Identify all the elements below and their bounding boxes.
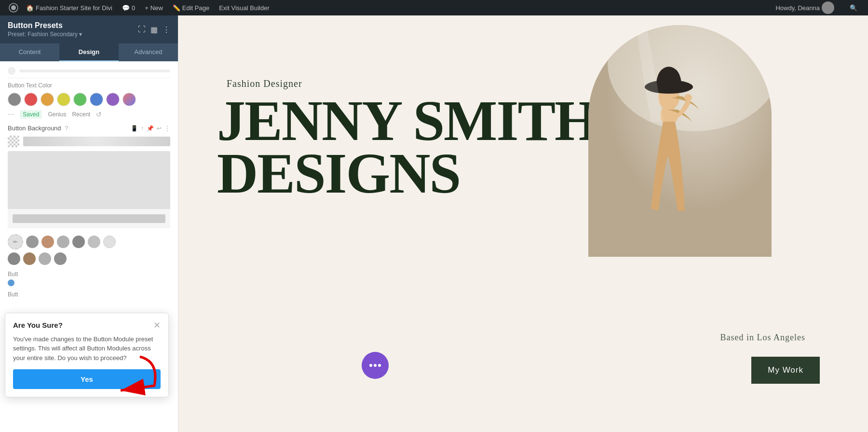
more-options-icon[interactable]: ⋮ [164, 125, 170, 132]
link-icon[interactable]: ↑ [141, 125, 144, 132]
swatch-sm-4[interactable] [72, 236, 85, 248]
swatch-gradient[interactable] [122, 93, 136, 106]
confirm-title: Are You Sure? [13, 321, 63, 329]
tab-content[interactable]: Content [0, 43, 59, 61]
edit-page-bar-item[interactable]: ✏️ Edit Page [168, 0, 214, 15]
fab-dot-3 [378, 364, 381, 367]
swatch-red[interactable] [24, 93, 38, 106]
confirm-body: You've made changes to the Button Module… [13, 334, 161, 363]
comment-icon: 💬 [122, 4, 130, 12]
swatch-blue[interactable] [90, 93, 103, 106]
canvas-area: Fashion Designer JENNY SMITH DESIGNS [178, 15, 868, 432]
howdy-item[interactable]: Howdy, Deanna [771, 0, 839, 15]
sidebar-panel: Button Presets Preset: Fashion Secondary… [0, 15, 178, 432]
button-background-header: Button Background ? 📱 ↑ 📌 ↩ ⋮ [8, 125, 170, 132]
fashion-photo-arch [588, 25, 772, 257]
svg-point-1 [11, 5, 16, 10]
undo-icon[interactable]: ↩ [157, 125, 162, 132]
sidebar-tabs: Content Design Advanced [0, 43, 178, 61]
color-swatches-row [8, 93, 170, 106]
butt-dot-1 [8, 279, 14, 286]
swatch-sm-2[interactable] [41, 236, 54, 248]
confirm-yes-button[interactable]: Yes [13, 369, 161, 389]
preview-box-inner [8, 209, 170, 228]
site-icon: 🏠 [26, 4, 34, 12]
saved-row: ··· Saved Genius Recent ↺ [8, 110, 170, 119]
svg-point-7 [684, 94, 692, 101]
recent-label: Recent [72, 111, 90, 118]
comments-count: 0 [132, 4, 135, 12]
butt-label-2: Butt [8, 291, 170, 298]
dropper-icon: ✒ [13, 238, 18, 246]
swatch-sm-8[interactable] [23, 252, 36, 265]
fashion-photo-svg [588, 25, 772, 257]
fashion-based: Based in Los Angeles [720, 333, 805, 343]
button-background-label: Button Background [8, 125, 61, 132]
mobile-icon[interactable]: 📱 [131, 125, 138, 132]
help-icon[interactable]: ? [65, 125, 68, 132]
fashion-subtitle: Fashion Designer [227, 78, 302, 89]
swatch-sm-6[interactable] [103, 236, 116, 248]
swatch-sm-9[interactable] [39, 252, 51, 265]
button-text-color-label: Button Text Color [8, 82, 170, 89]
swatch-sm-10[interactable] [54, 252, 67, 265]
admin-bar: 🏠 Fashion Starter Site for Divi 💬 0 + Ne… [0, 0, 868, 15]
swatch-sm-5[interactable] [88, 236, 100, 248]
swatch-purple[interactable] [106, 93, 120, 106]
dots-icon: ··· [8, 110, 14, 119]
search-bar-item[interactable]: 🔍 [845, 0, 862, 15]
exit-builder-label: Exit Visual Builder [219, 4, 270, 12]
swatch-sm-1[interactable] [26, 236, 39, 248]
swatch-green[interactable] [73, 93, 87, 106]
pencil-icon: ✏️ [173, 4, 180, 12]
tab-design[interactable]: Design [59, 43, 119, 61]
fullscreen-icon[interactable]: ⛶ [138, 25, 146, 34]
comments-bar-item[interactable]: 💬 0 [117, 0, 140, 15]
my-work-button[interactable]: My Work [751, 357, 820, 384]
sidebar-title: Button Presets [8, 21, 82, 30]
fab-dot-1 [369, 364, 372, 367]
site-name-bar-item[interactable]: 🏠 Fashion Starter Site for Divi [21, 0, 117, 15]
preview-box [8, 151, 170, 228]
fashion-photo-container [588, 25, 791, 276]
butt-label-1: Butt [8, 271, 170, 278]
gradient-bar[interactable] [23, 137, 170, 146]
fab-dot-2 [374, 364, 377, 367]
color-picker-icon[interactable]: ✒ [8, 234, 23, 250]
edit-page-label: Edit Page [182, 4, 209, 12]
exit-builder-bar-item[interactable]: Exit Visual Builder [214, 0, 274, 15]
columns-icon[interactable]: ▦ [150, 25, 158, 34]
confirm-header: Are You Sure? ✕ [13, 321, 161, 330]
saved-badge: Saved [20, 110, 42, 119]
tab-advanced[interactable]: Advanced [119, 43, 178, 61]
pin-icon[interactable]: 📌 [147, 125, 154, 132]
genius-label: Genius [48, 111, 66, 118]
confirm-dialog: Are You Sure? ✕ You've made changes to t… [5, 313, 169, 398]
sidebar-header-icons: ⛶ ▦ ⋮ [138, 25, 170, 34]
confirm-close-button[interactable]: ✕ [153, 321, 161, 330]
search-icon: 🔍 [850, 4, 857, 12]
fashion-content: Fashion Designer JENNY SMITH DESIGNS [178, 15, 868, 432]
wordpress-logo[interactable] [6, 0, 21, 15]
transparent-swatch[interactable] [8, 136, 19, 147]
sidebar-header: Button Presets Preset: Fashion Secondary… [0, 15, 178, 43]
plus-icon: + [145, 4, 149, 12]
site-name-label: Fashion Starter Site for Divi [36, 4, 112, 12]
toolbar-icons: 📱 ↑ 📌 ↩ ⋮ [131, 125, 170, 132]
sidebar-subtitle[interactable]: Preset: Fashion Secondary ▾ [8, 31, 82, 38]
swatch-sm-3[interactable] [57, 236, 69, 248]
avatar [822, 1, 834, 14]
swatch-orange[interactable] [41, 93, 54, 106]
new-label: New [150, 4, 163, 12]
new-bar-item[interactable]: + New [140, 0, 168, 15]
purple-fab-button[interactable] [362, 352, 389, 379]
swatch-yellow[interactable] [57, 93, 70, 106]
swatch-sm-7[interactable] [8, 252, 20, 265]
fashion-name: JENNY SMITH DESIGNS [217, 95, 598, 200]
howdy-label: Howdy, Deanna [775, 4, 820, 12]
reset-icon[interactable]: ↺ [96, 111, 102, 118]
more-icon[interactable]: ⋮ [163, 25, 170, 34]
swatch-gray[interactable] [8, 93, 21, 106]
